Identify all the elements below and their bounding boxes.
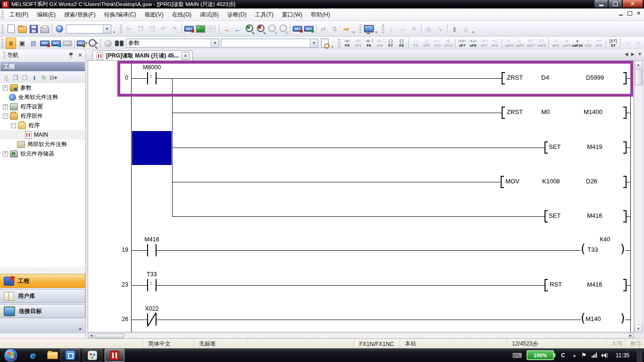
ladder-edit-delete-row-icon[interactable]: ↔ <box>397 24 408 34</box>
project-view-button[interactable]: 工程 <box>0 274 85 288</box>
child-restore-icon[interactable] <box>627 11 632 16</box>
horizontal-scrollbar[interactable]: ◀ ▶ <box>88 333 634 338</box>
taskbar-app-blue[interactable] <box>60 349 80 362</box>
scroll-up-icon[interactable]: ▲ <box>635 61 642 68</box>
help-secondary-icon[interactable]: ? <box>103 38 113 49</box>
ladder-symbol-saF6[interactable]: /↓saF6 <box>515 38 525 49</box>
nav-sort-icon[interactable]: ⊟▾ <box>49 73 58 82</box>
tab-main-program[interactable]: [PRG]读取 MAIN (只读) 45... × <box>92 50 193 61</box>
device-comment-search-icon[interactable]: DEV <box>184 24 194 34</box>
ladder-symbol-aF9[interactable]: ×¬aF9 <box>594 38 604 49</box>
tree-expander[interactable]: + <box>3 151 8 156</box>
taskbar-app-paint[interactable] <box>83 349 102 362</box>
ladder-symbol-F10[interactable]: ¬F10 <box>583 38 594 49</box>
jump-icon[interactable]: ↘ <box>435 24 445 34</box>
menu-item-7[interactable]: 诊断(D) <box>223 9 251 21</box>
network-signal-icon[interactable] <box>592 353 597 358</box>
ladder-symbol-sF7[interactable]: ⊣↑⊢sF7 <box>457 38 468 49</box>
scroll-right-icon[interactable]: ▶ <box>628 333 634 338</box>
tree-expander[interactable]: + <box>3 104 8 109</box>
ladder-symbol-saF7[interactable]: /↑˥saF7 <box>526 38 536 49</box>
tab-scroll-0[interactable]: ◀ <box>625 51 628 57</box>
device-test-off-icon[interactable]: ▯ <box>461 24 471 34</box>
nav-splitter[interactable]: ·········· <box>0 267 85 272</box>
new-project-icon[interactable] <box>6 24 16 34</box>
tree-item-MAIN[interactable]: MAIN <box>0 130 85 140</box>
volume-icon[interactable]: ) <box>602 353 608 358</box>
ladder-symbol-saF5[interactable]: /↑saF5 <box>504 38 514 49</box>
cut-icon[interactable]: ✂ <box>124 24 134 34</box>
save-project-icon[interactable] <box>28 24 39 34</box>
ladder-edit-insert-row-icon[interactable]: ↕ <box>386 24 396 34</box>
chevron-icon[interactable]: » <box>79 326 82 331</box>
minimize-button[interactable] <box>594 0 608 8</box>
scroll-left-icon[interactable]: ◀ <box>88 333 94 338</box>
toolbar-overflow[interactable] <box>113 25 117 33</box>
write-to-plc-icon[interactable]: → <box>221 24 231 34</box>
zoom-tool-icon[interactable]: ▾ <box>88 38 99 49</box>
menu-item-0[interactable]: 工程(P) <box>5 9 33 21</box>
tree-item-程序部件[interactable]: −程序部件 <box>0 111 85 121</box>
battery-indicator[interactable]: 100% <box>527 350 554 360</box>
function-block-icon[interactable]: ▣ <box>17 38 27 49</box>
navigation-window-toggle[interactable]: ≣ <box>6 38 16 49</box>
tab-scroll-2[interactable]: ▼ <box>637 51 642 57</box>
tree-expander[interactable]: + <box>3 85 8 90</box>
remote-operation-icon[interactable]: ⇅ <box>330 24 340 34</box>
monitor-write-stop-icon[interactable] <box>278 24 288 34</box>
ladder-symbol-cF9[interactable]: ×—cF9 <box>432 38 443 49</box>
restore-button[interactable] <box>608 0 622 8</box>
ladder-symbol-sF5[interactable]: ⊣/⊢sF5 <box>353 38 363 49</box>
menu-item-3[interactable]: 转换/编译(C) <box>100 9 140 21</box>
device-test-on-icon[interactable]: ▮ <box>449 24 460 34</box>
tab-close-icon[interactable]: × <box>182 52 190 60</box>
menu-item-8[interactable]: 工具(T) <box>251 9 278 21</box>
ladder-symbol-sF6[interactable]: ⊣/⊢˥sF6 <box>375 38 385 49</box>
user-library-button[interactable]: 用户库 <box>0 289 85 303</box>
nav-paste-icon[interactable]: ❒ <box>20 73 30 82</box>
toolbar-overflow[interactable] <box>472 25 477 33</box>
menu-item-9[interactable]: 窗口(W) <box>278 9 306 21</box>
tree-item-程序设置[interactable]: +程序设置 <box>0 102 85 111</box>
menu-item-2[interactable]: 搜索/替换(F) <box>60 9 100 21</box>
ladder-symbol-aF5[interactable]: -/-aF5 <box>551 38 561 49</box>
vertical-scroll-thumb[interactable] <box>635 69 643 85</box>
action-center-icon[interactable]: ⚑ <box>581 352 587 359</box>
tree-item-全局软元件注释[interactable]: 全局软元件注释 <box>0 92 85 102</box>
paste-icon[interactable]: ❒ <box>147 24 157 34</box>
toolbar-overflow[interactable] <box>331 39 336 48</box>
menu-item-5[interactable]: 在线(O) <box>168 9 196 21</box>
connection-destination-button[interactable]: 连接目标 <box>0 304 85 318</box>
device-comment-edit-icon[interactable]: DEV <box>40 38 50 49</box>
menu-item-10[interactable]: 帮助(H) <box>306 9 334 21</box>
tree-item-参数[interactable]: +参数 <box>0 83 85 92</box>
tab-scroll-1[interactable]: ▶ <box>631 51 635 57</box>
horizontal-scroll-thumb[interactable] <box>95 334 124 338</box>
ladder-symbol-sF8[interactable]: ⊣↓⊢sF8 <box>468 38 479 49</box>
ladder-symbol-ST[interactable]: [ST]ST <box>608 38 619 49</box>
redo-icon[interactable]: ↷ <box>169 24 180 34</box>
nav-new-icon[interactable]: ▯ <box>1 73 11 82</box>
find-in-document-icon[interactable] <box>320 38 330 49</box>
menu-item-4[interactable]: 视图(V) <box>140 9 168 21</box>
ladder-symbol-F6[interactable]: ⊣⊢˥F6 <box>364 38 374 49</box>
find-contact-coil-icon[interactable]: ◎ <box>423 24 434 34</box>
tray-expand-icon[interactable]: ▲ <box>572 353 577 358</box>
combo-dropdown-icon[interactable]: ▼ <box>310 39 318 47</box>
nav-copy-icon[interactable]: ❐ <box>11 73 20 82</box>
device-entry-monitor-icon[interactable]: DEV <box>304 24 314 34</box>
clock[interactable]: 11:35 <box>616 352 629 359</box>
device-reference-icon[interactable]: DEV <box>62 38 73 49</box>
show-desktop-button[interactable] <box>637 348 642 362</box>
ladder-symbol-saF8[interactable]: /↓˥saF8 <box>537 38 547 49</box>
pin-icon[interactable] <box>68 52 74 58</box>
combo-dropdown-icon[interactable]: ▼ <box>211 39 219 47</box>
monitor-stop-icon[interactable] <box>255 24 265 34</box>
hot-key-icon[interactable]: HKY <box>206 24 217 34</box>
ladder-symbol-caF10[interactable]: ∨caF10 <box>572 38 583 49</box>
find-value-combo[interactable]: ▼ <box>221 39 318 48</box>
monitor-write-start-icon[interactable] <box>266 24 277 34</box>
device-memory-edit-icon[interactable]: DEV <box>51 38 61 49</box>
toolbar-overflow[interactable] <box>375 25 380 33</box>
nav-refresh-icon[interactable]: ↻ <box>39 73 49 82</box>
